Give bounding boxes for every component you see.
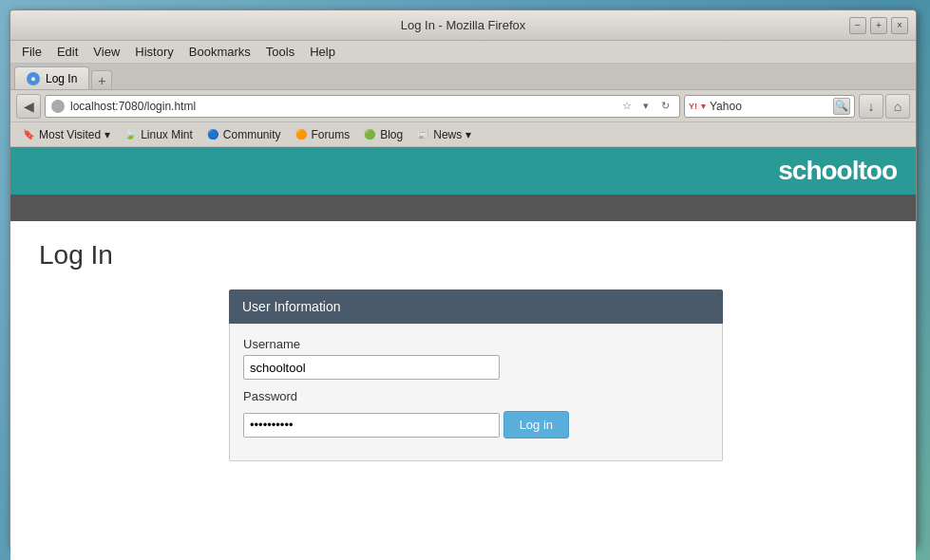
address-actions: ☆ ▾ ↻ bbox=[618, 98, 674, 115]
reload-icon[interactable]: ↻ bbox=[656, 98, 674, 115]
title-bar: Log In - Mozilla Firefox − + × bbox=[10, 10, 916, 41]
download-button[interactable]: ↓ bbox=[859, 94, 883, 119]
blog-label: Blog bbox=[380, 128, 403, 141]
back-button[interactable]: ◀ bbox=[16, 94, 41, 119]
nav-bar: ◀ localhost:7080/login.html ☆ ▾ ↻ Y! ▾ Y… bbox=[10, 90, 916, 122]
community-icon: 🔵 bbox=[206, 128, 219, 141]
most-visited-label: Most Visited bbox=[39, 128, 101, 141]
window-controls: − + × bbox=[849, 17, 908, 34]
nav-right-buttons: ↓ ⌂ bbox=[859, 94, 910, 119]
site-nav-bar bbox=[10, 195, 916, 221]
minimize-button[interactable]: − bbox=[849, 17, 866, 34]
page-heading: Log In bbox=[39, 240, 887, 271]
bookmark-news[interactable]: 📰 News ▾ bbox=[410, 125, 476, 144]
news-label: News ▾ bbox=[433, 128, 470, 141]
back-icon: ◀ bbox=[24, 99, 34, 114]
address-bar[interactable]: localhost:7080/login.html ☆ ▾ ↻ bbox=[45, 95, 680, 118]
login-container: User Information Username Password Log i… bbox=[229, 289, 723, 461]
community-label: Community bbox=[223, 128, 281, 141]
bookmark-linux-mint[interactable]: 🍃 Linux Mint bbox=[118, 125, 199, 144]
bookmark-star-icon[interactable]: ☆ bbox=[618, 98, 636, 115]
bookmark-forums[interactable]: 🟠 Forums bbox=[289, 125, 356, 144]
most-visited-arrow: ▾ bbox=[104, 128, 110, 141]
address-text: localhost:7080/login.html bbox=[70, 100, 613, 113]
site-title: schooltoo bbox=[778, 156, 897, 186]
menu-history[interactable]: History bbox=[127, 43, 180, 61]
browser-page: schooltoo Log In User Information Userna… bbox=[10, 147, 916, 560]
most-visited-icon: 🔖 bbox=[22, 128, 35, 141]
close-button[interactable]: × bbox=[891, 17, 908, 34]
bookmarks-bar: 🔖 Most Visited ▾ 🍃 Linux Mint 🔵 Communit… bbox=[10, 122, 916, 147]
new-tab-button[interactable]: + bbox=[91, 70, 112, 89]
star-dropdown-icon[interactable]: ▾ bbox=[637, 98, 655, 115]
news-icon: 📰 bbox=[416, 128, 429, 141]
tab-label: Log In bbox=[46, 72, 77, 85]
password-label: Password bbox=[243, 389, 709, 403]
search-button[interactable]: 🔍 bbox=[833, 98, 850, 115]
forums-label: Forums bbox=[312, 128, 351, 141]
menu-bookmarks[interactable]: Bookmarks bbox=[181, 43, 258, 61]
site-header: schooltoo bbox=[10, 147, 916, 195]
home-button[interactable]: ⌂ bbox=[885, 94, 910, 119]
yahoo-logo2: ▾ bbox=[701, 102, 706, 111]
user-info-body: Username Password Log in bbox=[229, 324, 723, 461]
bookmark-most-visited[interactable]: 🔖 Most Visited ▾ bbox=[16, 125, 116, 144]
menu-help[interactable]: Help bbox=[302, 43, 343, 61]
menu-view[interactable]: View bbox=[85, 43, 127, 61]
browser-window: Log In - Mozilla Firefox − + × File Edit… bbox=[9, 9, 917, 546]
login-button[interactable]: Log in bbox=[503, 411, 569, 439]
menu-bar: File Edit View History Bookmarks Tools H… bbox=[10, 41, 916, 64]
password-input[interactable] bbox=[243, 413, 500, 438]
yahoo-logo: Y! bbox=[689, 102, 697, 111]
linux-mint-label: Linux Mint bbox=[141, 128, 193, 141]
menu-file[interactable]: File bbox=[14, 43, 49, 61]
bookmark-community[interactable]: 🔵 Community bbox=[200, 125, 287, 144]
user-info-header: User Information bbox=[229, 289, 723, 324]
blog-icon: 🟢 bbox=[363, 128, 376, 141]
username-label: Username bbox=[243, 337, 709, 351]
site-icon bbox=[51, 100, 65, 113]
menu-tools[interactable]: Tools bbox=[258, 43, 302, 61]
forums-icon: 🟠 bbox=[294, 128, 308, 141]
active-tab[interactable]: ● Log In bbox=[14, 66, 89, 89]
window-title: Log In - Mozilla Firefox bbox=[401, 18, 526, 32]
username-input[interactable] bbox=[243, 355, 500, 380]
tab-bar: ● Log In + bbox=[10, 64, 916, 90]
bookmark-blog[interactable]: 🟢 Blog bbox=[357, 125, 408, 144]
tab-favicon: ● bbox=[27, 72, 40, 85]
search-text: Yahoo bbox=[710, 100, 829, 113]
maximize-button[interactable]: + bbox=[870, 17, 887, 34]
page-body: Log In User Information Username Passwor… bbox=[10, 221, 916, 480]
menu-edit[interactable]: Edit bbox=[49, 43, 85, 61]
linux-mint-icon: 🍃 bbox=[123, 128, 137, 141]
search-bar[interactable]: Y! ▾ Yahoo 🔍 bbox=[684, 95, 855, 118]
